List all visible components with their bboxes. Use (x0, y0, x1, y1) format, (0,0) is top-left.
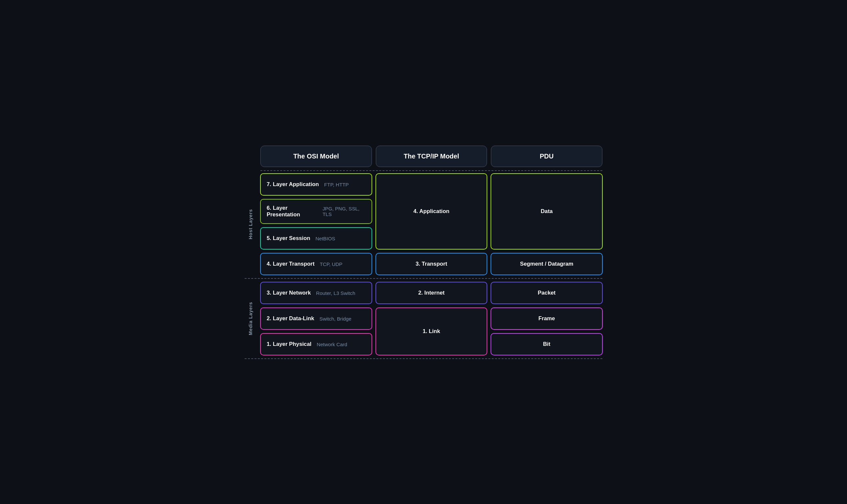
layer2-osi-box: 2. Layer Data-Link Switch, Bridge (260, 307, 372, 330)
layer6-osi-sub: JPG, PNG, SSL, TLS (323, 206, 366, 217)
header-osi: The OSI Model (260, 146, 372, 167)
layer2-pdu-cell: Frame (489, 306, 604, 331)
layer3-osi-cell: 3. Layer Network Router, L3 Switch (258, 280, 374, 306)
layer3-pdu-box: Packet (491, 282, 603, 304)
layer6-osi-box: 6. Layer Presentation JPG, PNG, SSL, TLS (260, 199, 372, 224)
layer7-osi-box: 7. Layer Application FTP, HTTP (260, 173, 372, 196)
layer3-tcp-box: 2. Internet (376, 282, 488, 304)
pdu-data-box: Data (491, 173, 603, 250)
tcp-application-cell: 4. Application (374, 172, 489, 251)
pdu-data-label: Data (541, 208, 553, 215)
main-grid: Host Layers 7. Layer Application FTP, HT… (243, 172, 604, 360)
layer1-pdu-cell: Bit (489, 331, 604, 357)
layer1-pdu-box: Bit (491, 333, 603, 355)
layer4-osi-cell: 4. Layer Transport TCP, UDP (258, 251, 374, 277)
layer4-osi-label: 4. Layer Transport (267, 261, 315, 267)
media-layers-label-cell: Media Layers (243, 280, 258, 357)
layer3-tcp-cell: 2. Internet (374, 280, 489, 306)
header-tcp: The TCP/IP Model (376, 146, 487, 167)
layer4-pdu-box: Segment / Datagram (491, 253, 603, 275)
host-layers-label-cell: Host Layers (243, 172, 258, 277)
header-area: The OSI Model The TCP/IP Model PDU (243, 144, 604, 169)
layer4-tcp-label: 3. Transport (416, 261, 447, 267)
layer1-osi-cell: 1. Layer Physical Network Card (258, 331, 374, 357)
layer1-osi-box: 1. Layer Physical Network Card (260, 333, 372, 355)
top-dashed-line (260, 170, 602, 171)
layer2-osi-cell: 2. Layer Data-Link Switch, Bridge (258, 306, 374, 331)
layer5-osi-box: 5. Layer Session NetBIOS (260, 227, 372, 250)
layer1-osi-label: 1. Layer Physical (267, 341, 311, 347)
layer6-osi-label: 6. Layer Presentation (267, 205, 317, 218)
layer3-pdu-cell: Packet (489, 280, 604, 306)
layer4-pdu-cell: Segment / Datagram (489, 251, 604, 277)
layer3-osi-box: 3. Layer Network Router, L3 Switch (260, 282, 372, 304)
diagram-wrapper: The OSI Model The TCP/IP Model PDU Host … (243, 144, 604, 360)
tcp-application-box: 4. Application (376, 173, 488, 250)
layer4-tcp-box: 3. Transport (376, 253, 488, 275)
layer3-osi-sub: Router, L3 Switch (316, 290, 355, 296)
layer4-tcp-cell: 3. Transport (374, 251, 489, 277)
layer5-osi-label: 5. Layer Session (267, 235, 310, 242)
top-separator-row (243, 170, 604, 171)
layer7-osi-cell: 7. Layer Application FTP, HTTP (258, 172, 374, 197)
header-tcp-text: The TCP/IP Model (404, 152, 459, 160)
bottom-separator-row (243, 357, 604, 360)
pdu-data-cell: Data (489, 172, 604, 251)
header-spacer (243, 144, 258, 169)
layer3-tcp-label: 2. Internet (418, 290, 445, 296)
host-layers-label: Host Layers (248, 209, 253, 239)
layer2-osi-label: 2. Layer Data-Link (267, 315, 314, 322)
layer1-osi-sub: Network Card (317, 342, 347, 347)
header-pdu: PDU (491, 146, 602, 167)
header-osi-text: The OSI Model (293, 152, 339, 160)
layer4-pdu-label: Segment / Datagram (520, 261, 573, 267)
mid-separator-row (243, 277, 604, 280)
tcp-link-label: 1. Link (422, 328, 440, 335)
layer5-osi-cell: 5. Layer Session NetBIOS (258, 226, 374, 251)
header-pdu-text: PDU (540, 152, 554, 160)
layer3-osi-label: 3. Layer Network (267, 290, 311, 296)
layer4-osi-box: 4. Layer Transport TCP, UDP (260, 253, 372, 275)
tcp-link-box: 1. Link (376, 307, 488, 355)
media-layers-label: Media Layers (248, 302, 253, 335)
mid-dashed-line (245, 278, 602, 279)
layer5-osi-sub: NetBIOS (315, 236, 335, 241)
layer2-pdu-label: Frame (538, 315, 555, 322)
layer1-pdu-label: Bit (543, 341, 550, 347)
bottom-dashed-line (245, 358, 602, 359)
layer2-osi-sub: Switch, Bridge (320, 316, 352, 322)
layer2-pdu-box: Frame (491, 307, 603, 330)
layer6-osi-cell: 6. Layer Presentation JPG, PNG, SSL, TLS (258, 197, 374, 226)
layer7-osi-sub: FTP, HTTP (324, 182, 349, 187)
layer3-pdu-label: Packet (538, 290, 556, 296)
layer4-osi-sub: TCP, UDP (320, 262, 343, 267)
layer7-osi-label: 7. Layer Application (267, 181, 319, 188)
tcp-link-cell: 1. Link (374, 306, 489, 357)
tcp-application-label: 4. Application (413, 208, 449, 215)
